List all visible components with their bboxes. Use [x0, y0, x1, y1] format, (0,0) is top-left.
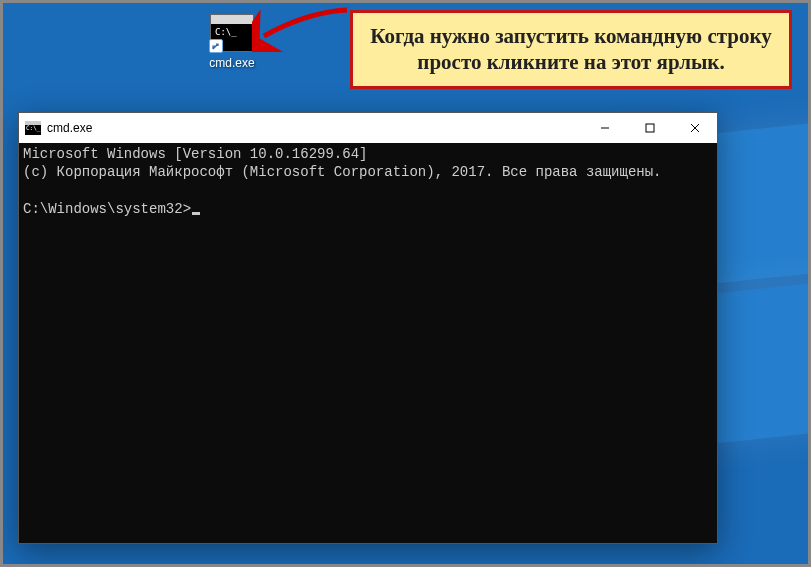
svg-rect-1 [646, 124, 654, 132]
minimize-button[interactable] [582, 113, 627, 143]
cmd-shortcut-icon: C:\_ [210, 14, 254, 52]
window-titlebar[interactable]: cmd.exe [19, 113, 717, 143]
terminal-cursor [192, 212, 200, 215]
terminal-output[interactable]: Microsoft Windows [Version 10.0.16299.64… [19, 143, 717, 543]
terminal-line-version: Microsoft Windows [Version 10.0.16299.64… [23, 146, 367, 162]
window-title: cmd.exe [47, 121, 92, 135]
instruction-text: Когда нужно запустить командную строку п… [367, 23, 775, 76]
maximize-button[interactable] [627, 113, 672, 143]
red-arrow-icon [252, 2, 352, 52]
close-button[interactable] [672, 113, 717, 143]
instruction-callout: Когда нужно запустить командную строку п… [350, 10, 792, 89]
cmd-window: cmd.exe Microsoft Windows [Version 10.0.… [18, 112, 718, 544]
terminal-line-copyright: (c) Корпорация Майкрософт (Microsoft Cor… [23, 164, 662, 180]
cmd-shortcut-label: cmd.exe [200, 56, 264, 70]
shortcut-overlay-icon [209, 39, 223, 53]
cmd-app-icon [25, 121, 41, 135]
cmd-shortcut-mini-prompt: C:\_ [215, 27, 237, 37]
terminal-prompt: C:\Windows\system32> [23, 201, 191, 217]
